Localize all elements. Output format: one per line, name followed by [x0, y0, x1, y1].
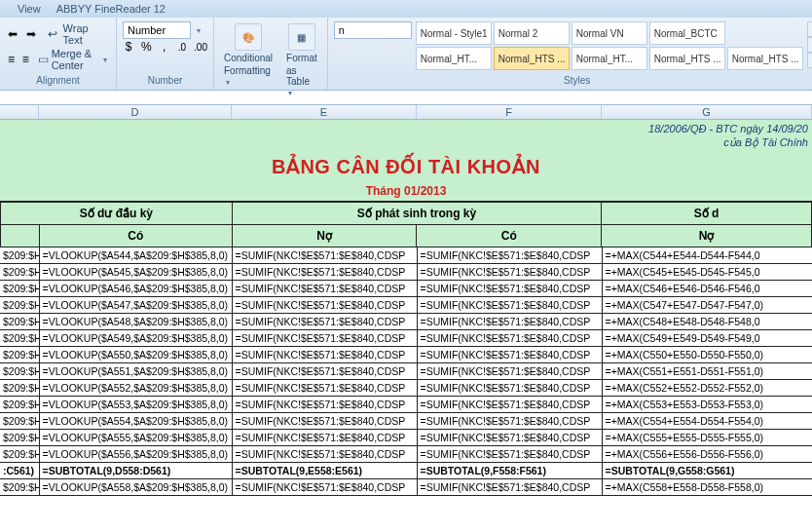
cell[interactable]: =SUMIF(NKC!$E$571:$E$840,CDSP	[417, 330, 602, 347]
align-left-icon[interactable]: ≡	[6, 52, 17, 67]
cell[interactable]: =VLOOKUP($A558,$A$209:$H$385,8,0)	[39, 479, 232, 496]
cell[interactable]: =VLOOKUP($A549,$A$209:$H$385,8,0)	[39, 330, 232, 347]
cell[interactable]: =+MAX(C548+E548-D548-F548,0	[602, 314, 812, 330]
cell[interactable]: $209:$H$385,7,0)	[0, 446, 39, 463]
cell[interactable]: =SUMIF(NKC!$E$571:$E$840,CDSP	[417, 363, 602, 380]
table-row[interactable]: $209:$H$385,7,0)=VLOOKUP($A547,$A$209:$H…	[0, 297, 812, 314]
table-row[interactable]: $209:$H$385,7,0)=VLOOKUP($A551,$A$209:$H…	[0, 363, 812, 380]
number-format-select[interactable]	[123, 21, 191, 39]
cell[interactable]: =SUMIF(NKC!$E$571:$E$840,CDSP	[232, 479, 417, 496]
cell[interactable]: =VLOOKUP($A552,$A$209:$H$385,8,0)	[39, 380, 232, 397]
cell[interactable]: =SUMIF(NKC!$E$571:$E$840,CDSP	[232, 397, 417, 413]
cell[interactable]: =VLOOKUP($A546,$A$209:$H$385,8,0)	[39, 281, 232, 297]
col-header[interactable]: E	[232, 105, 417, 119]
cell[interactable]: $209:$H$385,7,0)	[0, 363, 39, 380]
cell[interactable]: =VLOOKUP($A544,$A$209:$H$385,8,0)	[39, 247, 232, 264]
cell[interactable]: =SUBTOTAL(9,G558:G561)	[602, 463, 812, 479]
col-header[interactable]: D	[39, 105, 232, 119]
table-row[interactable]: $209:$H$385,7,0)=VLOOKUP($A558,$A$209:$H…	[0, 479, 812, 496]
indent-increase-icon[interactable]: ➡	[24, 26, 39, 42]
cell[interactable]: $209:$H$385,7,0)	[0, 330, 39, 347]
data-table[interactable]: $209:$H$385,7,0)=VLOOKUP($A544,$A$209:$H…	[0, 247, 812, 496]
table-row[interactable]: $209:$H$385,7,0)=VLOOKUP($A544,$A$209:$H…	[0, 247, 812, 264]
cell[interactable]: =+MAX(C549+E549-D549-F549,0	[602, 330, 812, 347]
table-row[interactable]: $209:$H$385,7,0)=VLOOKUP($A556,$A$209:$H…	[0, 446, 812, 463]
cell[interactable]: =+MAX(C551+E551-D551-F551,0)	[602, 363, 812, 380]
gallery-more-button[interactable]: ▾	[807, 53, 812, 68]
cell[interactable]: =SUMIF(NKC!$E$571:$E$840,CDSP	[417, 281, 602, 297]
cell[interactable]: =+MAX(C555+E555-D555-F555,0)	[602, 430, 812, 446]
cell[interactable]: =SUMIF(NKC!$E$571:$E$840,CDSP	[232, 330, 417, 347]
cell[interactable]: =SUMIF(NKC!$E$571:$E$840,CDSP	[417, 397, 602, 413]
table-row[interactable]: $209:$H$385,7,0)=VLOOKUP($A552,$A$209:$H…	[0, 380, 812, 397]
cell[interactable]: =SUMIF(NKC!$E$571:$E$840,CDSP	[417, 264, 602, 281]
comma-icon[interactable]: ,	[159, 39, 170, 55]
col-header[interactable]: G	[602, 105, 812, 119]
table-row[interactable]: $209:$H$385,7,0)=VLOOKUP($A550,$A$209:$H…	[0, 347, 812, 363]
cell[interactable]: =SUMIF(NKC!$E$571:$E$840,CDSP	[417, 446, 602, 463]
cell[interactable]: =+MAX(C552+E552-D552-F552,0)	[602, 380, 812, 397]
cell[interactable]: $209:$H$385,7,0)	[0, 281, 39, 297]
cell[interactable]: =SUBTOTAL(9,E558:E561)	[232, 463, 417, 479]
cell[interactable]: =SUMIF(NKC!$E$571:$E$840,CDSP	[417, 347, 602, 363]
cell[interactable]: :C561)	[0, 463, 39, 479]
cell[interactable]: =SUMIF(NKC!$E$571:$E$840,CDSP	[232, 247, 417, 264]
cell[interactable]: =SUMIF(NKC!$E$571:$E$840,CDSP	[232, 281, 417, 297]
cell[interactable]: =SUMIF(NKC!$E$571:$E$840,CDSP	[232, 446, 417, 463]
cell[interactable]: =SUMIF(NKC!$E$571:$E$840,CDSP	[232, 347, 417, 363]
merge-center-button[interactable]: ▭ Merge & Center ▾	[35, 47, 110, 72]
cell[interactable]: =SUMIF(NKC!$E$571:$E$840,CDSP	[232, 314, 417, 330]
cell[interactable]: =SUBTOTAL(9,D558:D561)	[39, 463, 232, 479]
cell[interactable]: =VLOOKUP($A554,$A$209:$H$385,8,0)	[39, 413, 232, 430]
table-row[interactable]: $209:$H$385,7,0)=VLOOKUP($A549,$A$209:$H…	[0, 330, 812, 347]
cell[interactable]: =VLOOKUP($A556,$A$209:$H$385,8,0)	[39, 446, 232, 463]
cell[interactable]: =+MAX(C556+E556-D556-F556,0)	[602, 446, 812, 463]
indent-decrease-icon[interactable]: ⬅	[6, 26, 20, 42]
cell[interactable]: =VLOOKUP($A551,$A$209:$H$385,8,0)	[39, 363, 232, 380]
cell[interactable]: $209:$H$385,7,0)	[0, 380, 39, 397]
cell[interactable]: =SUMIF(NKC!$E$571:$E$840,CDSP	[417, 479, 602, 496]
tab-view[interactable]: View	[18, 3, 41, 15]
table-row[interactable]: $209:$H$385,7,0)=VLOOKUP($A548,$A$209:$H…	[0, 314, 812, 330]
cell[interactable]: =SUMIF(NKC!$E$571:$E$840,CDSP	[232, 297, 417, 314]
table-row[interactable]: $209:$H$385,7,0)=VLOOKUP($A555,$A$209:$H…	[0, 430, 812, 446]
col-header[interactable]: F	[417, 105, 602, 119]
cell[interactable]: =SUMIF(NKC!$E$571:$E$840,CDSP	[417, 380, 602, 397]
cell[interactable]: =SUMIF(NKC!$E$571:$E$840,CDSP	[232, 380, 417, 397]
style-item-selected[interactable]: Normal_HTS ...	[494, 47, 570, 70]
increase-decimal-icon[interactable]: .0	[176, 39, 188, 55]
style-item[interactable]: Normal - Style1	[416, 21, 492, 45]
format-as-table-button[interactable]: ▦ Format as Table ▾	[282, 21, 321, 99]
table-row[interactable]: $209:$H$385,7,0)=VLOOKUP($A553,$A$209:$H…	[0, 397, 812, 413]
cell[interactable]: =+MAX(C558+E558-D558-F558,0)	[602, 479, 812, 496]
table-row[interactable]: $209:$H$385,7,0)=VLOOKUP($A554,$A$209:$H…	[0, 413, 812, 430]
cell[interactable]: =SUMIF(NKC!$E$571:$E$840,CDSP	[417, 314, 602, 330]
cell[interactable]: $209:$H$385,7,0)	[0, 264, 39, 281]
cell[interactable]: $209:$H$385,7,0)	[0, 430, 39, 446]
cell[interactable]: $209:$H$385,7,0)	[0, 314, 39, 330]
style-item[interactable]: Normal_HT...	[572, 47, 647, 70]
cell[interactable]: =+MAX(C546+E546-D546-F546,0	[602, 281, 812, 297]
conditional-formatting-button[interactable]: 🎨 Conditional Formatting ▾	[220, 21, 277, 89]
gallery-up-button[interactable]: ▴	[807, 21, 812, 37]
cell[interactable]: =SUMIF(NKC!$E$571:$E$840,CDSP	[232, 363, 417, 380]
cell[interactable]: =VLOOKUP($A545,$A$209:$H$385,8,0)	[39, 264, 232, 281]
col-header[interactable]	[0, 105, 39, 119]
table-row[interactable]: :C561)=SUBTOTAL(9,D558:D561)=SUBTOTAL(9,…	[0, 463, 812, 479]
worksheet[interactable]: 18/2006/QĐ - BTC ngày 14/09/20 của Bộ Tà…	[0, 120, 812, 496]
cell[interactable]: =+MAX(C550+E550-D550-F550,0)	[602, 347, 812, 363]
cell[interactable]: =SUMIF(NKC!$E$571:$E$840,CDSP	[417, 430, 602, 446]
style-item[interactable]: Normal 2	[494, 21, 570, 45]
cell[interactable]: =SUMIF(NKC!$E$571:$E$840,CDSP	[417, 297, 602, 314]
decrease-decimal-icon[interactable]: .00	[194, 39, 207, 55]
cell[interactable]: $209:$H$385,7,0)	[0, 479, 39, 496]
percent-icon[interactable]: %	[140, 39, 152, 55]
cell[interactable]: =VLOOKUP($A550,$A$209:$H$385,8,0)	[39, 347, 232, 363]
chevron-down-icon[interactable]: ▾	[197, 26, 201, 35]
style-item[interactable]: Normal VN	[572, 21, 647, 45]
table-row[interactable]: $209:$H$385,7,0)=VLOOKUP($A545,$A$209:$H…	[0, 264, 812, 281]
cell[interactable]: =+MAX(C547+E547-D547-F547,0)	[602, 297, 812, 314]
cell[interactable]: =SUBTOTAL(9,F558:F561)	[417, 463, 602, 479]
cell[interactable]: $209:$H$385,7,0)	[0, 397, 39, 413]
cell[interactable]: =SUMIF(NKC!$E$571:$E$840,CDSP	[232, 413, 417, 430]
